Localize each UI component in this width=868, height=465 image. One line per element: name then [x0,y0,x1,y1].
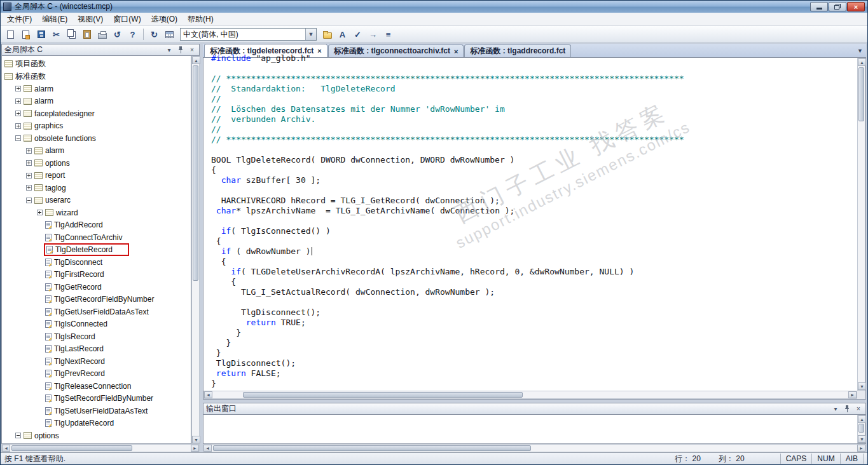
scrollbar-thumb[interactable] [193,65,198,281]
properties-button[interactable]: ≡ [381,27,396,41]
code-line[interactable]: // [211,125,857,135]
paste-button[interactable] [79,27,94,41]
scroll-up-icon[interactable]: ▲ [858,58,866,66]
tree-item-tlgnextrecord[interactable]: TlgNextRecord [2,355,191,368]
code-line[interactable]: // Standardaktion: TlgDeleteRecord [211,84,857,94]
collapse-minus-icon[interactable] [15,135,21,141]
tree-horizontal-scrollbar[interactable]: ◄ ► [1,444,200,452]
expand-plus-icon[interactable] [15,123,21,129]
minimize-button[interactable] [810,2,828,11]
code-line[interactable]: TLG_I_SetActualRecord( dwConnection, dwR… [211,287,857,297]
code-area[interactable]: #include "ap_glob.h"// *****************… [203,53,857,391]
tree-item-tlgdeleterecord[interactable]: TlgDeleteRecord [2,244,191,257]
tree-item-faceplatedesigner[interactable]: faceplatedesigner [2,107,191,120]
tree-vertical-scrollbar[interactable]: ▲ ▼ [191,56,200,444]
output-vertical-scrollbar[interactable]: ▲ ▼ [857,415,865,443]
menu-view[interactable]: 视图(V) [72,13,108,26]
tree-item-node[interactable] [2,442,191,445]
open-folder-button[interactable] [320,27,334,41]
scrollbar-thumb[interactable] [243,392,523,398]
code-line[interactable]: if ( dwRowNumber ) [211,246,857,257]
copy-button[interactable] [64,27,79,41]
code-line[interactable]: } [211,379,857,389]
code-line[interactable]: char* lpszArchivName = TLG_I_GetArchivNa… [211,206,857,216]
scroll-left-icon[interactable]: ◄ [203,445,212,452]
scroll-right-icon[interactable]: ► [857,445,865,452]
scroll-up-icon[interactable]: ▲ [192,57,200,64]
code-line[interactable]: if( TLGDeleteUserArchivRecordA( lpszArch… [211,267,857,277]
tree-item-tlgprevrecord[interactable]: TlgPrevRecord [2,368,191,381]
scroll-right-icon[interactable]: ► [191,445,199,452]
code-line[interactable]: TlgDisconnect(); [211,358,857,368]
scrollbar-track[interactable] [212,391,848,398]
tree-item-tlgdisconnect[interactable]: TlgDisconnect [2,256,191,269]
output-menu-button[interactable]: ▾ [831,405,840,414]
code-line[interactable]: BOOL TlgDeleteRecord( DWORD dwConnection… [211,155,857,165]
tree-item-options[interactable]: options [2,429,191,442]
expand-plus-icon[interactable] [15,86,21,91]
code-line[interactable]: { [211,277,857,287]
expand-plus-icon[interactable] [26,148,32,154]
code-line[interactable]: { [211,165,857,175]
scrollbar-track[interactable] [212,445,857,452]
tree-item-tlgisrecord[interactable]: TlgIsRecord [2,330,191,343]
scrollbar-thumb[interactable] [858,424,864,433]
code-line[interactable]: { [211,257,857,267]
menu-help[interactable]: 帮助(H) [183,13,219,26]
code-line[interactable]: } [211,348,857,358]
scrollbar-thumb[interactable] [213,445,531,451]
close-button[interactable]: × [847,2,865,11]
menu-edit[interactable]: 编辑(E) [37,13,72,26]
syntax-check-button[interactable]: ✓ [350,27,365,41]
scroll-down-icon[interactable]: ▼ [858,382,866,390]
code-line[interactable] [211,145,857,155]
tree-item-tlgsetrecordfieldbynumber[interactable]: TlgSetRecordFieldByNumber [2,393,191,405]
code-line[interactable]: return FALSE; [211,368,857,379]
tree-item-alarm[interactable]: alarm [2,95,191,108]
tree-item-tlgaddrecord[interactable]: TlgAddRecord [2,219,191,232]
collapse-minus-icon[interactable] [26,198,32,203]
tree-item-tlgupdaterecord[interactable]: TlgUpdateRecord [2,417,191,430]
tree-item-tlgsetuserfielddataastext[interactable]: TlgSetUserFieldDataAsText [2,405,191,417]
explorer-close-button[interactable]: × [188,46,196,55]
scroll-left-icon[interactable]: ◄ [2,445,10,452]
code-line[interactable]: // [211,94,857,104]
update-button[interactable]: ↻ [147,27,162,41]
menu-options[interactable]: 选项(O) [146,13,183,26]
scrollbar-track[interactable] [858,423,865,435]
help-mode-button[interactable]: ? [125,27,140,41]
code-line[interactable]: char szBuffer[ 30 ]; [211,175,857,185]
tree-item-node[interactable]: 标准函数 [2,71,191,83]
scrollbar-thumb[interactable] [11,445,132,451]
scrollbar-track[interactable] [10,445,191,452]
menu-file[interactable]: 文件(F) [2,13,37,26]
undo-button[interactable]: ↺ [110,27,125,41]
scroll-right-icon[interactable]: ► [848,391,857,398]
code-line[interactable]: // *************************************… [211,135,857,145]
tree-item-tlgfirstrecord[interactable]: TlgFirstRecord [2,269,191,281]
scrollbar-track[interactable] [858,66,865,382]
code-line[interactable] [211,216,857,226]
code-line[interactable] [211,64,857,74]
expand-plus-icon[interactable] [37,210,43,215]
chevron-down-icon[interactable]: ▼ [305,29,316,40]
expand-plus-icon[interactable] [26,185,32,191]
scrollbar-thumb[interactable] [858,67,864,121]
code-line[interactable]: } [211,328,857,338]
new-file-button[interactable] [3,27,18,41]
output-content[interactable]: ▲ ▼ [203,415,866,444]
tree-item-taglog[interactable]: taglog [2,182,191,194]
tree-item-graphics[interactable]: graphics [2,120,191,133]
code-line[interactable]: if( TlgIsConnected() ) [211,226,857,236]
editor-horizontal-scrollbar[interactable]: ◄ ► [203,391,857,399]
code-line[interactable]: // *************************************… [211,74,857,84]
expand-plus-icon[interactable] [15,98,21,104]
font-button[interactable]: A [335,27,350,41]
tree-item-node[interactable]: 项目函数 [2,58,191,71]
titlebar[interactable]: 全局脚本 C - (wincctest.mcp) × [1,1,867,13]
code-line[interactable]: { [211,236,857,246]
tree-item-alarm[interactable]: alarm [2,83,191,95]
tree-item-report[interactable]: report [2,170,191,182]
new-action-button[interactable] [18,27,33,41]
scroll-left-icon[interactable]: ◄ [204,391,212,398]
